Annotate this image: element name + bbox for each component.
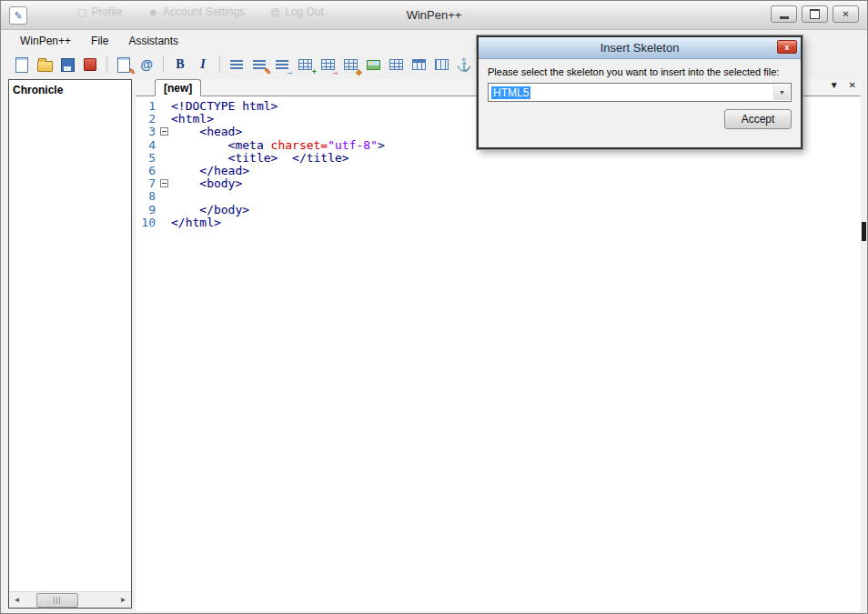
code-token: </html> [171,216,221,229]
toolbar-separator [219,56,220,73]
fold-margin [158,165,171,177]
compose-document-badge-icon: ✎ [128,68,136,76]
scroll-right-icon: ► [120,596,127,604]
fold-margin [158,139,171,152]
accept-button[interactable]: Accept [724,109,792,129]
code-line: 10</html> [136,216,861,229]
fold-margin [158,190,171,203]
close-tab-button[interactable]: ✕ [849,81,856,90]
code-text: <meta charset="utf-8"> [171,139,385,152]
table-header-button[interactable] [409,55,429,75]
tab-new[interactable]: [new] [155,79,201,96]
dialog-title-bar[interactable]: Insert Skeleton x [479,37,801,59]
scroll-right-button[interactable]: ► [116,592,131,608]
code-line: 6 </head> [136,165,861,177]
new-file-button[interactable] [12,55,32,75]
compose-document-button[interactable]: ✎ [114,55,134,75]
italic-button[interactable]: I [193,55,213,75]
insert-image-icon [367,60,380,70]
combobox-dropdown-button[interactable]: ▼ [773,85,790,100]
app-window: ✎ ▢Profile☻Account Settings@Log Out WinP… [0,0,868,614]
code-token: "utf-8" [328,138,378,152]
line-number: 10 [136,216,158,229]
close-file-button[interactable] [80,55,100,75]
table-insert-cell-button[interactable]: → [318,55,338,75]
tab-actions: ▼ ✕ [830,81,856,90]
fold-margin[interactable] [158,177,171,190]
table-insert-row-button[interactable]: + [295,55,315,75]
sidebar-horizontal-scrollbar: ◄ ► [9,591,131,608]
chevron-down-icon: ▼ [830,80,839,90]
close-tab-icon: ✕ [849,80,856,90]
fold-collapse-icon[interactable] [160,127,168,136]
menu-item-file[interactable]: File [81,31,118,51]
bold-icon: B [176,58,184,71]
table-header-icon [412,59,426,70]
menu-item-assistants[interactable]: Assistants [118,31,188,51]
caption-buttons: ✕ [771,5,859,23]
maximize-button[interactable] [802,5,828,23]
skeleton-combobox[interactable]: HTML5 ▼ [488,83,792,102]
code-token: <html> [171,112,214,126]
fold-margin [158,113,171,126]
line-number: 3 [136,126,158,138]
email-at-button[interactable]: @ [136,55,156,75]
close-button[interactable]: ✕ [833,5,859,23]
email-at-icon: @ [140,58,153,71]
code-token: <!DOCTYPE html> [171,99,278,113]
table-image-button[interactable]: ◆ [340,55,360,75]
dialog-label: Please select the skeleton you want to i… [488,66,792,77]
open-folder-icon [37,61,53,72]
dialog-close-icon: x [784,43,789,52]
fold-margin [158,204,171,216]
code-token: </head> [171,164,249,177]
open-folder-button[interactable] [35,55,55,75]
fold-collapse-icon[interactable] [160,179,168,187]
sidebar-panel: Chronicle ◄ ► [8,79,132,609]
tab-list-button[interactable]: ▼ [830,81,839,90]
save-file-button[interactable] [57,55,77,75]
code-line: 9 </body> [136,204,861,216]
table-grid-button[interactable] [386,55,406,75]
sidebar-title: Chronicle [9,80,131,100]
line-number: 8 [136,190,158,203]
line-number: 1 [136,100,158,113]
scroll-left-button[interactable]: ◄ [9,592,25,608]
code-token: </body> [171,203,249,216]
line-number: 2 [136,113,158,126]
line-number: 9 [136,204,158,216]
code-text: <html> [171,113,214,126]
bold-button[interactable]: B [170,55,190,75]
fold-margin[interactable] [158,126,171,138]
dialog-close-button[interactable]: x [777,40,797,54]
scrollbar-thumb[interactable] [36,593,78,608]
vertical-scroll-thumb[interactable] [862,222,866,241]
toolbar-separator [163,56,164,73]
table-insert-row-icon [298,59,312,70]
save-file-icon [61,58,75,72]
close-icon: ✕ [842,9,849,19]
menu-item-winpen[interactable]: WinPen++ [10,31,81,51]
editor-panel: [new] ▼ ✕ 1<!DOCTYPE html>2<html>3 <head… [136,79,861,611]
dialog-title: Insert Skeleton [601,41,680,55]
align-edit-button[interactable]: ✎ [249,55,269,75]
align-indent-button[interactable]: → [272,55,292,75]
chevron-down-icon: ▼ [779,89,785,96]
code-text: <!DOCTYPE html> [171,100,278,113]
anchor-button[interactable]: ⚓ [454,55,474,75]
code-editor[interactable]: 1<!DOCTYPE html>2<html>3 <head>4 <meta c… [136,96,861,611]
code-token: charset= [271,138,328,152]
scrollbar-grip-icon [54,597,62,604]
window-title: WinPen++ [1,8,867,22]
fold-margin [158,152,171,165]
dialog-body: Please select the skeleton you want to i… [479,59,801,129]
insert-image-button[interactable] [363,55,383,75]
align-center-button[interactable] [227,55,247,75]
scrollbar-track[interactable] [25,592,116,608]
code-text: <title> </title> [171,152,349,165]
table-columns-button[interactable] [431,55,451,75]
line-number: 7 [136,177,158,190]
minimize-icon [780,16,789,19]
fold-margin [158,100,171,113]
minimize-button[interactable] [771,5,797,23]
